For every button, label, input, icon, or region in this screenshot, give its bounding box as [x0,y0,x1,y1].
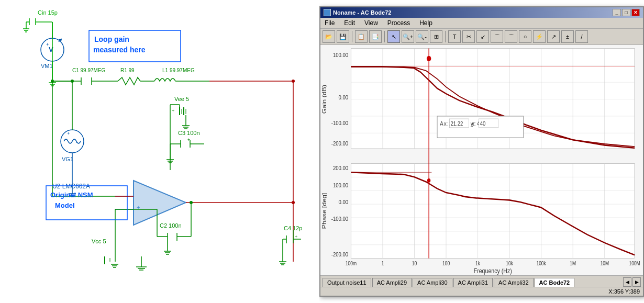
vg1-label: VG1 [62,156,73,162]
vm1-label: VM1 [41,63,53,69]
menu-file[interactable]: File [323,19,337,27]
svg-text:y:: y: [471,120,474,127]
svg-text:+: + [172,108,174,114]
svg-text:-200.00: -200.00 [331,251,348,257]
svg-text:-: - [76,140,77,145]
nsm-label: Original NSM [50,191,93,199]
tab-scroll: ◀ ▶ [623,277,641,287]
status-bar: X:356 Y:389 [320,287,643,296]
svg-text:+: + [46,42,49,47]
svg-text:1: 1 [382,260,384,266]
marker-tool-2[interactable]: ↙ [476,30,489,43]
svg-text:10M: 10M [600,260,609,266]
schematic-panel: Cin 15p V + VM1 Loop gain m [0,0,319,303]
vcc-label: Vcc 5 [92,238,106,244]
svg-text:200.00: 200.00 [333,164,348,171]
plot-area: 100.00 0.00 -100.00 -200.00 200.00 100.0… [320,45,643,275]
svg-text:-200.00: -200.00 [331,140,348,147]
svg-text:Model: Model [55,201,75,209]
tab-ac-bode72[interactable]: AC Bode72 [535,278,575,287]
title-bar: Noname - AC Bode72 _ □ ✕ [320,7,643,18]
window-controls: _ □ ✕ [613,9,640,16]
svg-point-178 [427,178,430,183]
zoom-out-button[interactable]: 🔍- [416,30,428,43]
zoom-fit-button[interactable]: ⊞ [430,30,442,43]
close-button[interactable]: ✕ [631,9,640,16]
toolbar: 📂 💾 📋 📑 ↖ 🔍+ 🔍- ⊞ T ✂ ↙ ⌒ ⌒ ○ ⚡ ↗ ± / [320,29,643,45]
cursor-tool[interactable]: ↖ [387,30,400,43]
wave-tool-2[interactable]: ⌒ [505,30,517,43]
u2-label: U2 LMC662A [52,183,90,190]
zoom-in-button[interactable]: 🔍+ [402,30,414,43]
svg-text:10: 10 [412,260,417,266]
svg-text:1M: 1M [570,260,576,266]
minimize-button[interactable]: _ [613,9,621,16]
svg-rect-111 [351,163,635,258]
svg-point-102 [292,80,295,83]
menu-view[interactable]: View [362,19,380,27]
bode-window: Noname - AC Bode72 _ □ ✕ File Edit View … [319,6,644,297]
menu-edit[interactable]: Edit [342,19,357,27]
svg-text:100k: 100k [536,260,546,266]
svg-text:-100.00: -100.00 [331,216,348,222]
svg-text:0.00: 0.00 [339,94,349,100]
svg-text:+: + [67,131,70,136]
svg-text:measured here: measured here [93,46,146,54]
window-title: Noname - AC Bode72 [333,9,391,16]
c2-label: C2 100n [160,222,182,229]
svg-text:100.00: 100.00 [333,51,348,58]
crosshair-tool[interactable]: ± [561,30,574,43]
wave-tool-1[interactable]: ⌒ [491,30,503,43]
c1-label: C1 99.97MEG [72,68,106,73]
tab-bar: Output noise11 AC Ampli29 AC Ampli30 AC … [320,275,643,287]
maximize-button[interactable]: □ [622,9,630,16]
circle-tool[interactable]: ○ [519,30,531,43]
tab-scroll-left[interactable]: ◀ [623,277,631,287]
save-button[interactable]: 💾 [337,30,349,43]
bolt-tool[interactable]: ⚡ [533,30,546,43]
svg-text:1k: 1k [475,260,480,266]
svg-text:40: 40 [480,120,486,127]
svg-text:100.00: 100.00 [333,182,348,188]
menu-bar: File Edit View Process Help [320,18,643,29]
marker-tool-1[interactable]: ✂ [462,30,475,43]
svg-text:+: + [295,234,297,239]
l1-label: L1 99.97MEG [162,68,195,73]
tab-ac-ampli30[interactable]: AC Ampli30 [413,278,452,287]
arrow-tool[interactable]: ↗ [547,30,560,43]
svg-point-77 [190,201,193,204]
vee-label: Vee 5 [174,96,189,102]
r1-label: R1 99 [120,68,135,73]
svg-text:-100.00: -100.00 [331,119,348,126]
line-tool[interactable]: / [575,30,588,43]
svg-point-168 [427,56,431,61]
svg-text:A: A [440,120,443,127]
text-tool[interactable]: T [448,30,461,43]
schematic-svg: Cin 15p V + VM1 Loop gain m [0,0,319,303]
svg-text:21.22: 21.22 [451,120,463,127]
svg-text:Phase [deg]: Phase [deg] [321,193,328,229]
svg-point-103 [292,201,295,204]
status-text: X:356 Y:389 [608,288,640,295]
svg-text:Frequency (Hz): Frequency (Hz) [474,267,512,275]
loop-gain-label: Loop gain [94,35,129,43]
tab-ac-ampli29[interactable]: AC Ampli29 [372,278,412,287]
copy-button[interactable]: 📋 [355,30,368,43]
menu-help[interactable]: Help [417,19,435,27]
svg-text:Gain (dB): Gain (dB) [321,85,328,114]
tab-ac-ampli32[interactable]: AC Ampli32 [494,278,533,287]
svg-text:100: 100 [442,260,450,266]
cin-label: Cin 15p [38,9,58,16]
app-icon [324,9,331,16]
bode-plot: 100.00 0.00 -100.00 -200.00 200.00 100.0… [320,45,643,275]
tab-scroll-right[interactable]: ▶ [632,277,641,287]
svg-text:100M: 100M [629,260,640,266]
paste-button[interactable]: 📑 [369,30,382,43]
open-button[interactable]: 📂 [323,30,335,43]
svg-text:+: + [187,137,190,142]
svg-text:10k: 10k [506,260,513,266]
tab-ac-ampli31[interactable]: AC Ampli31 [453,278,493,287]
tab-output-noise[interactable]: Output noise11 [323,278,371,287]
c3-label: C3 100n [178,130,200,136]
menu-process[interactable]: Process [385,19,412,27]
